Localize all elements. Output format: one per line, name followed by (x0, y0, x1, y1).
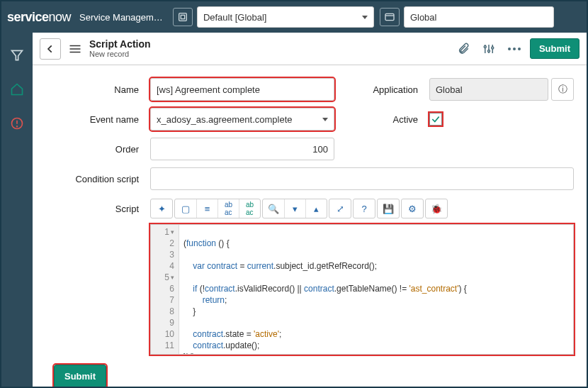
script-editor[interactable]: 1▾2345▾67891011 (function () { var contr… (150, 224, 574, 355)
more-actions-button[interactable] (504, 39, 524, 59)
app-scope-icon[interactable] (380, 8, 400, 26)
active-label: Active (344, 114, 429, 125)
save-icon[interactable]: 💾 (378, 199, 399, 218)
svg-point-15 (487, 50, 490, 52)
event-label: Event name (40, 114, 150, 125)
svg-rect-1 (181, 15, 184, 18)
editor-code[interactable]: (function () { var contract = current.su… (179, 225, 573, 354)
update-set-picker[interactable]: Default [Global] (197, 6, 374, 28)
chevron-down-icon (362, 16, 368, 19)
search-up-icon[interactable]: ▴ (305, 199, 327, 218)
condition-label: Condition script (40, 174, 150, 184)
alert-icon[interactable] (10, 116, 24, 133)
settings-button[interactable] (479, 39, 499, 59)
update-set-picker-group: Default [Global] (173, 6, 374, 28)
application-field: Global (429, 78, 548, 101)
search-icon[interactable]: 🔍 (263, 199, 284, 218)
content-area: Script Action New record Submit Name [ws… (33, 33, 587, 387)
context-menu-icon[interactable] (67, 38, 84, 60)
attachment-button[interactable] (453, 39, 473, 59)
name-value: [ws] Agreement complete (157, 84, 260, 95)
app-scope-value: Global (410, 12, 437, 23)
debug-icon[interactable]: 🐞 (426, 199, 447, 218)
home-icon[interactable] (10, 82, 24, 99)
active-checkbox[interactable] (429, 113, 442, 126)
logo-text: service (7, 10, 49, 24)
form-header: Script Action New record Submit (33, 33, 587, 65)
order-field[interactable]: 100 (150, 138, 334, 160)
order-label: Order (40, 144, 150, 155)
form-body: Name [ws] Agreement complete Application… (33, 65, 587, 388)
svg-rect-2 (385, 13, 394, 20)
order-value: 100 (312, 144, 328, 155)
comment-icon[interactable]: ▢ (175, 199, 196, 218)
update-set-icon[interactable] (173, 8, 193, 26)
form-title: Script Action (89, 39, 151, 50)
search-down-icon[interactable]: ▾ (284, 199, 305, 218)
replace-all-icon[interactable]: abac (239, 199, 260, 218)
submit-button-bottom[interactable]: Submit (54, 365, 106, 388)
name-label: Name (40, 84, 150, 95)
svg-point-7 (17, 126, 18, 127)
application-label: Application (344, 84, 429, 95)
back-button[interactable] (40, 38, 61, 60)
svg-rect-0 (179, 13, 187, 21)
fullscreen-icon[interactable]: ⤢ (329, 199, 351, 218)
application-value: Global (436, 84, 463, 95)
condition-field[interactable] (150, 167, 574, 190)
svg-point-16 (492, 47, 494, 49)
svg-marker-4 (12, 50, 23, 60)
app-title: Service Managem… (79, 12, 163, 23)
chevron-down-icon (322, 118, 328, 121)
app-scope-picker[interactable]: Global (404, 6, 554, 28)
form-footer: Submit (40, 355, 574, 388)
event-value: x_adosy_as.agreement.complete (157, 114, 293, 125)
editor-gutter: 1▾2345▾67891011 (151, 225, 179, 354)
form-subtitle: New record (89, 50, 151, 58)
filter-icon[interactable] (10, 48, 24, 65)
top-banner: servicenow Service Managem… Default [Glo… (1, 1, 587, 33)
script-label: Script (40, 204, 150, 214)
logo: servicenow (7, 10, 71, 25)
logo-suffix: now (49, 10, 72, 24)
toggle-tree-icon[interactable]: ⚙ (402, 199, 423, 218)
help-icon[interactable]: ? (354, 199, 375, 218)
event-field[interactable]: x_adosy_as.agreement.complete (150, 108, 334, 131)
replace-icon[interactable]: abac (217, 199, 239, 218)
update-set-value: Default [Global] (203, 12, 267, 23)
app-picker-group: Global (380, 6, 554, 28)
submit-button-top[interactable]: Submit (530, 38, 579, 59)
left-rail (1, 33, 33, 387)
header-titles: Script Action New record (89, 39, 151, 58)
format-icon[interactable]: ≡ (196, 199, 217, 218)
svg-point-14 (484, 45, 486, 48)
app-info-icon[interactable]: ⓘ (551, 78, 574, 101)
script-hint-icon[interactable]: ✦ (151, 199, 172, 218)
name-field[interactable]: [ws] Agreement complete (150, 78, 334, 101)
script-toolbar: ✦ ▢ ≡ abac abac 🔍 ▾ ▴ ⤢ ? (150, 197, 448, 220)
